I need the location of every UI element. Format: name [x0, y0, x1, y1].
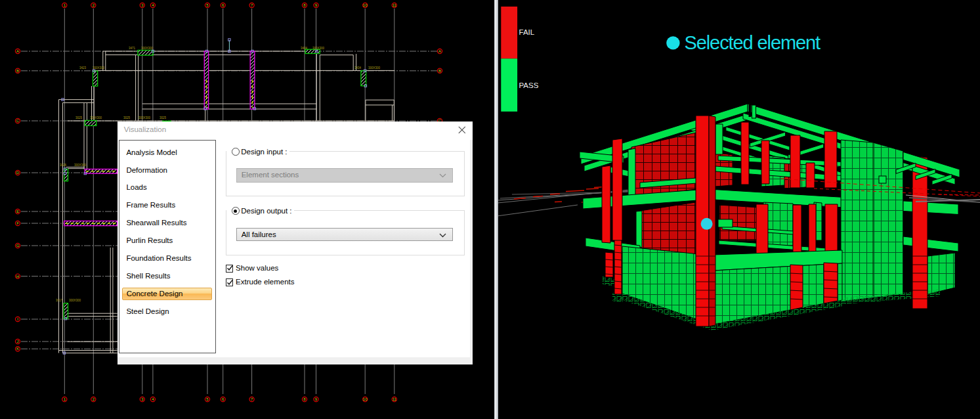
svg-text:E: E [16, 210, 19, 213]
svg-text:300X300: 300X300 [90, 116, 102, 120]
svg-text:300X300: 300X300 [74, 164, 87, 167]
svg-text:300X300: 300X300 [141, 47, 154, 50]
svg-text:B: B [16, 69, 19, 73]
svg-text:6: 6 [222, 397, 224, 401]
svg-text:8: 8 [303, 397, 306, 401]
svg-text:300X300: 300X300 [312, 47, 325, 50]
svg-text:9: 9 [315, 397, 318, 401]
svg-text:5: 5 [206, 397, 209, 401]
svg-text:3471: 3471 [129, 47, 136, 50]
svg-text:3017: 3017 [56, 299, 63, 302]
svg-text:Selected element: Selected element [685, 32, 821, 53]
svg-text:7: 7 [251, 397, 253, 401]
svg-text:5: 5 [206, 3, 209, 7]
svg-text:3404: 3404 [301, 47, 308, 50]
svg-text:3: 3 [141, 397, 144, 401]
svg-text:6: 6 [222, 3, 224, 7]
svg-text:1: 1 [64, 397, 66, 401]
svg-text:A: A [16, 49, 19, 53]
svg-text:300X300: 300X300 [93, 66, 105, 70]
svg-text:8: 8 [303, 3, 306, 7]
svg-text:I: I [17, 317, 18, 321]
svg-text:D: D [16, 171, 20, 175]
svg-text:3423: 3423 [79, 66, 87, 70]
svg-text:300X300: 300X300 [368, 66, 381, 70]
svg-text:3025: 3025 [123, 116, 131, 120]
svg-text:1: 1 [64, 3, 66, 7]
svg-text:PASS: PASS [519, 81, 539, 89]
svg-text:2: 2 [93, 397, 95, 401]
svg-text:11: 11 [393, 3, 397, 7]
svg-text:3434: 3434 [354, 66, 362, 70]
svg-text:3025: 3025 [75, 116, 83, 120]
svg-text:300X300: 300X300 [69, 299, 81, 302]
svg-text:FAIL: FAIL [519, 28, 535, 36]
svg-text:9: 9 [315, 3, 318, 7]
svg-text:A: A [438, 49, 441, 53]
svg-text:3: 3 [141, 3, 144, 7]
svg-text:11: 11 [393, 397, 397, 401]
svg-text:K: K [16, 347, 19, 351]
svg-text:3026: 3026 [60, 164, 67, 167]
svg-text:G: G [16, 244, 20, 248]
svg-text:7: 7 [251, 3, 253, 7]
svg-text:300X300: 300X300 [138, 116, 151, 120]
svg-text:F: F [16, 221, 19, 225]
svg-text:C: C [16, 119, 20, 123]
svg-text:3025: 3025 [160, 116, 167, 120]
svg-text:2: 2 [93, 3, 95, 7]
svg-text:4: 4 [152, 397, 154, 401]
svg-text:H: H [16, 275, 19, 278]
svg-text:10: 10 [363, 397, 368, 401]
svg-text:J: J [17, 340, 19, 343]
svg-text:B: B [438, 69, 441, 73]
svg-text:10: 10 [363, 3, 368, 7]
svg-text:4: 4 [152, 3, 154, 7]
